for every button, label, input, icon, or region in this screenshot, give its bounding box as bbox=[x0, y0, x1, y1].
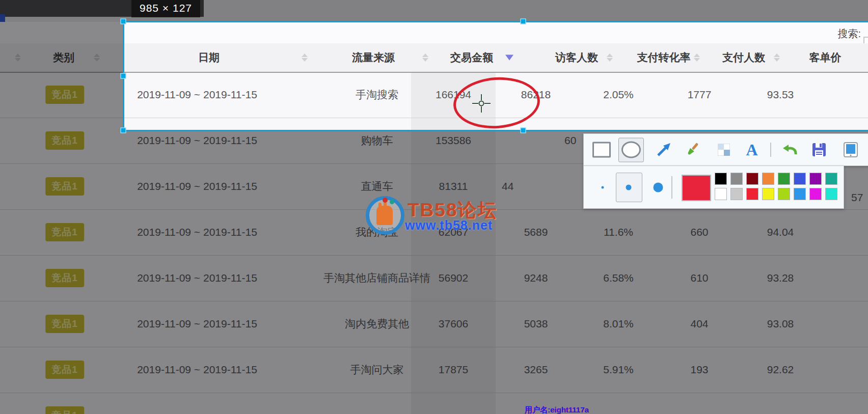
arrow-tool[interactable] bbox=[656, 142, 672, 158]
table-row: 竞品12019-11-09 ~ 2019-11-15手淘搜索1661948621… bbox=[0, 72, 868, 118]
mosaic-tool[interactable] bbox=[718, 144, 730, 156]
palette-color-1ee6d2[interactable] bbox=[825, 188, 837, 200]
watermark-site-url: www.tb58.net bbox=[405, 218, 493, 233]
palette-color-8a8a8a[interactable] bbox=[730, 173, 743, 185]
floppy-disk-icon bbox=[812, 143, 826, 157]
watermark-username: 用户名:eight1117a bbox=[525, 405, 589, 414]
pin-button[interactable] bbox=[844, 142, 858, 157]
text-tool[interactable]: A bbox=[746, 141, 757, 159]
hand-icon bbox=[376, 206, 393, 225]
cell-payers: 1777 bbox=[688, 89, 712, 101]
crosshair-cursor bbox=[472, 94, 491, 115]
palette-color-2e96e8[interactable] bbox=[794, 188, 806, 200]
mosaic-icon bbox=[718, 144, 730, 156]
tb58-logo bbox=[366, 196, 404, 235]
selection-handle-top-mid[interactable] bbox=[521, 19, 526, 24]
arrow-icon bbox=[656, 142, 672, 158]
monitor-icon bbox=[844, 142, 858, 157]
brush-icon bbox=[684, 142, 700, 158]
cell-source: 手淘搜索 bbox=[356, 88, 398, 102]
cell-price: 93.53 bbox=[767, 89, 794, 101]
logo-teal-dot bbox=[390, 200, 394, 204]
dim-overlay bbox=[0, 0, 868, 22]
palette-color-e414e4[interactable] bbox=[809, 188, 822, 200]
palette-color-f2f218[interactable] bbox=[762, 188, 774, 200]
selection-handle-left-mid[interactable] bbox=[121, 73, 126, 79]
annotation-toolbar: A bbox=[583, 133, 868, 166]
selection-handle-bottom-left[interactable] bbox=[121, 128, 126, 133]
palette-color-3b55dd[interactable] bbox=[794, 173, 806, 185]
selection-handle-top-left[interactable] bbox=[121, 19, 126, 24]
palette-color-8c09a8[interactable] bbox=[809, 173, 822, 185]
rectangle-icon bbox=[592, 142, 611, 158]
logo-red-dot bbox=[383, 198, 388, 203]
undo-arrow-icon bbox=[782, 143, 797, 156]
toolbar-separator bbox=[770, 143, 771, 157]
palette-color-7e0410[interactable] bbox=[746, 173, 758, 185]
cell-conversion: 2.05% bbox=[603, 89, 634, 101]
selection-border-bottom[interactable] bbox=[123, 130, 868, 131]
save-button[interactable] bbox=[812, 143, 826, 157]
palette-color-a6d816[interactable] bbox=[778, 188, 790, 200]
palette-color-000000[interactable] bbox=[715, 173, 727, 185]
palette-color-19a893[interactable] bbox=[825, 173, 837, 185]
palette-color-2f9a36[interactable] bbox=[778, 173, 790, 185]
palette-color-c9c9c9[interactable] bbox=[730, 188, 743, 200]
dim-overlay bbox=[0, 22, 123, 131]
brush-tool[interactable] bbox=[684, 142, 700, 158]
text-A-icon: A bbox=[746, 141, 757, 159]
palette-color-ee2232[interactable] bbox=[746, 188, 758, 200]
size-medium-dot[interactable] bbox=[626, 184, 632, 190]
ellipse-tool[interactable] bbox=[621, 142, 641, 158]
size-large-dot[interactable] bbox=[654, 182, 663, 192]
palette-color-f08537[interactable] bbox=[762, 173, 774, 185]
selection-handle-bottom-mid[interactable] bbox=[521, 128, 526, 133]
size-small-dot[interactable] bbox=[602, 186, 604, 188]
toolbar-separator bbox=[671, 176, 672, 199]
current-color-swatch[interactable] bbox=[682, 175, 711, 201]
selection-size-label: 985 × 127 bbox=[131, 0, 200, 17]
undo-button[interactable] bbox=[782, 143, 797, 156]
ellipse-icon bbox=[621, 142, 641, 158]
screenshot-capture-screen: 搜索: 类别 日期 流量来源 交易金额 访客人数 支付转化率 支付人数 客单价 … bbox=[0, 0, 868, 414]
selection-border-top[interactable] bbox=[123, 21, 868, 22]
palette-color-ffffff[interactable] bbox=[715, 188, 727, 200]
stroke-and-color-bar bbox=[583, 165, 844, 209]
rectangle-tool[interactable] bbox=[592, 142, 611, 158]
cell-date: 2019-11-09 ~ 2019-11-15 bbox=[137, 89, 257, 101]
